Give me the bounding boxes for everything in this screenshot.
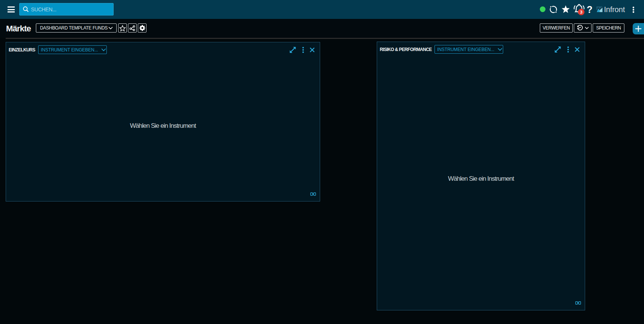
svg-text:3: 3: [580, 10, 582, 14]
